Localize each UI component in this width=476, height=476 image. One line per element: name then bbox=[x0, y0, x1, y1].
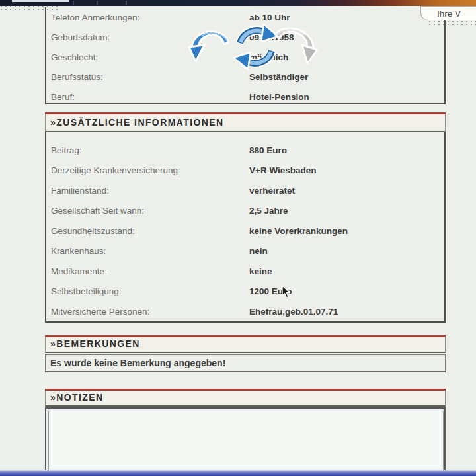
row-label: Beitrag: bbox=[51, 145, 82, 155]
lead-detail-page: Ihre V Telefon Anmerkungen: ab 10 Uhr Ge… bbox=[0, 0, 476, 476]
row-value: 880 Euro bbox=[249, 145, 287, 155]
row-label: Gesundheitszustand: bbox=[51, 226, 135, 236]
section-title: »ZUSÄTZLICHE INFORMATIONEN bbox=[45, 114, 446, 132]
notizen-textarea[interactable] bbox=[48, 411, 444, 476]
row-value: verheiratet bbox=[249, 186, 295, 196]
section-title: »NOTIZEN bbox=[45, 391, 446, 407]
section-body: Beitrag: 880 Euro Derzeitige Krankenvers… bbox=[45, 132, 446, 323]
info-row: Familienstand: verheiratet bbox=[46, 180, 444, 201]
row-label: Derzeitige Krankenversicherung: bbox=[51, 165, 180, 175]
row-label: Medikamente: bbox=[51, 266, 107, 276]
tab-label: Ihre V bbox=[437, 9, 461, 19]
topbar-highlight bbox=[12, 0, 69, 2]
row-value: Ehefrau,geb.01.07.71 bbox=[249, 307, 338, 317]
row-label: Telefon Anmerkungen: bbox=[51, 13, 139, 22]
row-label: Geburtsdatum: bbox=[51, 32, 110, 42]
info-row: Beitrag: 880 Euro bbox=[46, 140, 444, 161]
row-label: Mitversicherte Personen: bbox=[51, 307, 149, 317]
row-value: keine bbox=[249, 266, 272, 276]
info-row: Gesellschaft Seit wann: 2,5 Jahre bbox=[46, 201, 444, 221]
row-value: Hotel-Pension bbox=[249, 92, 309, 102]
top-video-strip bbox=[0, 0, 476, 6]
perforated-edge bbox=[0, 5, 61, 10]
topbar-divider bbox=[126, 1, 127, 5]
info-row: Beruf: Hotel-Pension bbox=[46, 88, 444, 105]
bemerkung-message: Es wurde keine Bemerkung angegeben! bbox=[45, 354, 446, 372]
tab-ihre-v[interactable]: Ihre V bbox=[420, 6, 476, 20]
row-value: V+R Wiesbaden bbox=[249, 165, 317, 175]
bottom-blue-bar bbox=[0, 470, 476, 476]
info-row: Krankenhaus: nein bbox=[46, 241, 444, 262]
mouse-cursor bbox=[282, 285, 292, 301]
info-row: Derzeitige Krankenversicherung: V+R Wies… bbox=[46, 161, 444, 181]
row-label: Berufsstatus: bbox=[51, 72, 103, 82]
undo-arrow-icon bbox=[188, 28, 231, 70]
row-label: Familienstand: bbox=[51, 186, 109, 196]
row-label: Krankenhaus: bbox=[51, 246, 106, 256]
info-row: Mitversicherte Personen: Ehefrau,geb.01.… bbox=[46, 301, 444, 322]
row-value: 2,5 Jahre bbox=[249, 206, 288, 216]
section-title: »BEMERKUNGEN bbox=[45, 337, 446, 353]
topbar-divider bbox=[97, 1, 98, 5]
row-value: nein bbox=[249, 246, 268, 256]
row-label: Beruf: bbox=[51, 92, 75, 102]
row-label: Geschlecht: bbox=[51, 52, 98, 62]
info-row: Gesundheitszustand: keine Vorerkrankunge… bbox=[46, 221, 444, 241]
forward-arrow-icon bbox=[272, 25, 319, 73]
info-row: Medikamente: keine bbox=[46, 261, 444, 282]
perforated-edge bbox=[428, 20, 476, 25]
row-label: Selbstbeteiligung: bbox=[51, 286, 122, 296]
topbar-divider bbox=[73, 1, 74, 5]
notizen-box bbox=[45, 407, 446, 476]
row-value: keine Vorerkrankungen bbox=[249, 226, 348, 236]
row-value: ab 10 Uhr bbox=[249, 13, 290, 22]
info-row: Selbstbeteiligung: 1200 Euro bbox=[46, 282, 444, 302]
row-label: Gesellschaft Seit wann: bbox=[51, 206, 144, 216]
